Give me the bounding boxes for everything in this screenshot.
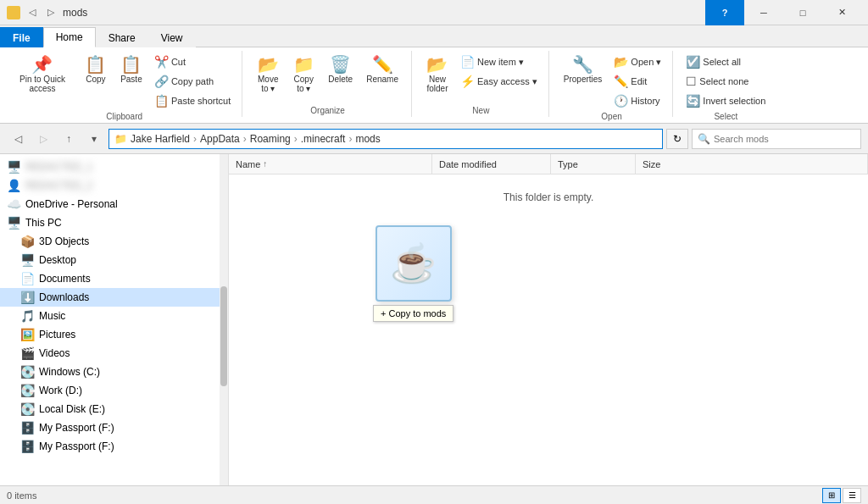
open-group: 🔧 Properties 📂 Open ▾ ✏️ Edit 🕐 History … bbox=[551, 51, 674, 117]
refresh-button[interactable]: ↻ bbox=[666, 129, 688, 149]
view-tiles-button[interactable]: ☰ bbox=[843, 488, 861, 503]
delete-button[interactable]: 🗑️ Delete bbox=[322, 53, 359, 87]
clipboard-small-btns: ✂️ Cut 🔗 Copy path 📋 Paste shortcut bbox=[150, 53, 235, 110]
move-to-button[interactable]: 📂 Move to ▾ bbox=[251, 53, 285, 97]
new-group: 📂 New folder 📄 New item ▾ ⚡ Easy access … bbox=[414, 51, 549, 117]
recent-locations-button[interactable]: ▾ bbox=[83, 128, 105, 150]
view-details-button[interactable]: ⊞ bbox=[822, 488, 841, 503]
user1-icon: 🖥️ bbox=[7, 160, 21, 174]
back-button[interactable]: ◁ bbox=[7, 128, 29, 150]
copy-tooltip-text: + Copy to mods bbox=[381, 308, 446, 318]
open-button[interactable]: 📂 Open ▾ bbox=[609, 53, 665, 71]
sidebar-item-user2[interactable]: 👤REDACTED_2 bbox=[0, 176, 228, 195]
rename-button[interactable]: ✏️ Rename bbox=[360, 53, 404, 87]
sidebar-item-onedrive[interactable]: ☁️OneDrive - Personal bbox=[0, 195, 228, 213]
sidebar-item-desktop[interactable]: 🖥️Desktop bbox=[0, 251, 228, 269]
new-item-button[interactable]: 📄 New item ▾ bbox=[456, 53, 542, 71]
main-content: 🖥️REDACTED_1👤REDACTED_2☁️OneDrive - Pers… bbox=[0, 154, 868, 485]
tab-view[interactable]: View bbox=[148, 27, 196, 47]
path-part-jakeharfield[interactable]: Jake Harfield bbox=[131, 133, 190, 145]
address-bar: ◁ ▷ ↑ ▾ 📁 Jake Harfield › AppData › Roam… bbox=[0, 124, 868, 154]
tab-home[interactable]: Home bbox=[43, 27, 96, 47]
copy-to-button[interactable]: 📁 Copy to ▾ bbox=[287, 53, 320, 97]
window-controls: ? ─ □ ✕ bbox=[705, 0, 861, 25]
path-part-minecraft[interactable]: .minecraft bbox=[301, 133, 346, 145]
sidebar-item-workd[interactable]: 💽Work (D:) bbox=[0, 381, 228, 400]
path-part-roaming[interactable]: Roaming bbox=[250, 133, 291, 145]
paste-shortcut-button[interactable]: 📋 Paste shortcut bbox=[150, 91, 235, 110]
path-part-mods[interactable]: mods bbox=[355, 133, 380, 145]
organize-content: 📂 Move to ▾ 📁 Copy to ▾ 🗑️ Delete ✏️ Ren… bbox=[251, 53, 404, 104]
sidebar-item-3dobjects[interactable]: 📦3D Objects bbox=[0, 232, 228, 251]
edit-button[interactable]: ✏️ Edit bbox=[609, 72, 665, 91]
col-header-date[interactable]: Date modified bbox=[432, 154, 551, 174]
col-header-type[interactable]: Type bbox=[551, 154, 636, 174]
java-icon-container[interactable]: ☕ + Copy to mods bbox=[373, 225, 453, 322]
up-button[interactable]: ↑ bbox=[58, 128, 80, 150]
copy-path-icon: 🔗 bbox=[154, 75, 169, 88]
help-button[interactable]: ? bbox=[705, 0, 744, 25]
ribbon: 📌 Pin to Quick access 📋 Copy 📋 Paste ✂️ … bbox=[0, 47, 868, 124]
paste-shortcut-icon: 📋 bbox=[154, 94, 169, 108]
new-folder-button[interactable]: 📂 New folder bbox=[420, 53, 454, 97]
tab-share[interactable]: Share bbox=[96, 27, 148, 47]
sidebar-items: 🖥️REDACTED_1👤REDACTED_2☁️OneDrive - Pers… bbox=[0, 154, 228, 456]
copy-path-button[interactable]: 🔗 Copy path bbox=[150, 72, 235, 91]
clipboard-content: 📌 Pin to Quick access 📋 Copy 📋 Paste ✂️ … bbox=[14, 53, 235, 110]
select-content: ☑️ Select all ☐ Select none 🔄 Invert sel… bbox=[682, 53, 770, 110]
java-icon-box: ☕ bbox=[376, 225, 452, 302]
sidebar-item-locale[interactable]: 💽Local Disk (E:) bbox=[0, 400, 228, 418]
properties-button[interactable]: 🔧 Properties bbox=[558, 53, 609, 87]
thispc-icon: 🖥️ bbox=[7, 216, 21, 230]
invert-selection-button[interactable]: 🔄 Invert selection bbox=[682, 91, 770, 110]
sidebar-item-user1[interactable]: 🖥️REDACTED_1 bbox=[0, 158, 228, 176]
path-part-appdata[interactable]: AppData bbox=[200, 133, 240, 145]
sidebar-item-passportf1[interactable]: 🗄️My Passport (F:) bbox=[0, 418, 228, 437]
sidebar-item-pictures[interactable]: 🖼️Pictures bbox=[0, 325, 228, 344]
new-content: 📂 New folder 📄 New item ▾ ⚡ Easy access … bbox=[420, 53, 542, 104]
onedrive-icon: ☁️ bbox=[7, 197, 21, 211]
search-icon: 🔍 bbox=[698, 133, 710, 145]
col-header-size[interactable]: Size bbox=[636, 154, 868, 174]
minimize-button[interactable]: ─ bbox=[744, 0, 783, 25]
search-input[interactable] bbox=[714, 134, 855, 144]
sidebar-item-passportf2[interactable]: 🗄️My Passport (F:) bbox=[0, 437, 228, 456]
quick-access-btn[interactable]: ◁ bbox=[25, 5, 39, 19]
select-all-button[interactable]: ☑️ Select all bbox=[682, 53, 770, 71]
close-button[interactable]: ✕ bbox=[822, 0, 861, 25]
sidebar-scrollbar[interactable] bbox=[220, 154, 228, 485]
sidebar-item-windowsc[interactable]: 💽Windows (C:) bbox=[0, 363, 228, 381]
history-icon: 🕐 bbox=[614, 94, 628, 108]
easy-access-button[interactable]: ⚡ Easy access ▾ bbox=[456, 72, 542, 91]
invert-icon: 🔄 bbox=[686, 94, 700, 108]
sidebar-item-documents[interactable]: 📄Documents bbox=[0, 269, 228, 288]
sidebar-item-videos[interactable]: 🎬Videos bbox=[0, 344, 228, 363]
view-buttons: ⊞ ☰ bbox=[822, 488, 861, 503]
passportf1-icon: 🗄️ bbox=[20, 421, 35, 435]
cut-button[interactable]: ✂️ Cut bbox=[150, 53, 235, 71]
passportf2-icon: 🗄️ bbox=[20, 440, 35, 453]
paste-button[interactable]: 📋 Paste bbox=[114, 53, 148, 87]
sidebar-scroll-thumb[interactable] bbox=[220, 286, 227, 385]
cut-icon: ✂️ bbox=[154, 55, 169, 69]
select-group: ☑️ Select all ☐ Select none 🔄 Invert sel… bbox=[675, 51, 776, 117]
address-path[interactable]: 📁 Jake Harfield › AppData › Roaming › .m… bbox=[108, 129, 663, 149]
tab-file[interactable]: File bbox=[0, 27, 43, 47]
col-header-name[interactable]: Name ↑ bbox=[229, 154, 432, 174]
user2-icon: 👤 bbox=[7, 179, 21, 192]
sidebar-item-music[interactable]: 🎵Music bbox=[0, 307, 228, 325]
delete-icon: 🗑️ bbox=[330, 56, 351, 73]
restore-button[interactable]: □ bbox=[783, 0, 822, 25]
copy-button[interactable]: 📋 Copy bbox=[79, 53, 113, 87]
history-button[interactable]: 🕐 History bbox=[609, 91, 665, 110]
easy-access-icon: ⚡ bbox=[460, 75, 475, 88]
quick-access-btn2[interactable]: ▷ bbox=[44, 5, 58, 19]
sidebar-item-thispc[interactable]: 🖥️This PC bbox=[0, 213, 228, 232]
select-none-button[interactable]: ☐ Select none bbox=[682, 72, 770, 91]
clipboard-group: 📌 Pin to Quick access 📋 Copy 📋 Paste ✂️ … bbox=[7, 51, 242, 117]
sidebar-item-downloads[interactable]: ⬇️Downloads bbox=[0, 288, 228, 307]
pin-to-quick-access-button[interactable]: 📌 Pin to Quick access bbox=[14, 53, 71, 97]
ribbon-tab-spacer bbox=[196, 47, 868, 47]
search-box[interactable]: 🔍 bbox=[692, 129, 861, 149]
forward-button[interactable]: ▷ bbox=[32, 128, 54, 150]
